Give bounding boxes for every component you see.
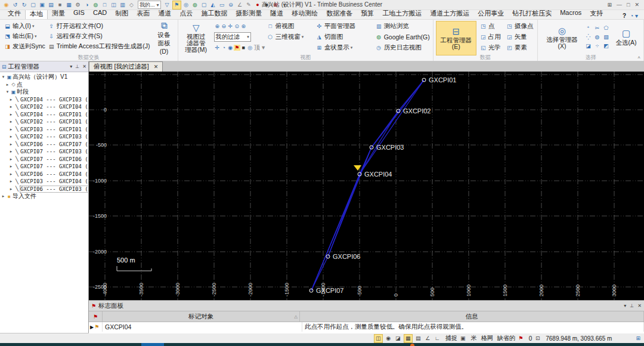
- selection-manager-button[interactable]: ◎ 选择管理器(X): [540, 21, 584, 54]
- ribbon-collapse-chevron[interactable]: ˄: [637, 55, 640, 60]
- dark-view-icon[interactable]: ■: [240, 45, 247, 51]
- flag-count-icon[interactable]: ⚑: [517, 335, 525, 342]
- station-view-button[interactable]: ▥测站浏览: [374, 21, 410, 32]
- occupation-button[interactable]: ◲占用: [478, 32, 504, 42]
- history-log-button[interactable]: ◷历史日志视图: [374, 43, 423, 53]
- tree-session-item[interactable]: ▸╲GXCPI02 --- GXCPI04 (…: [0, 103, 88, 111]
- plan-view-button[interactable]: □俯视图: [265, 21, 314, 32]
- tree-expander-icon[interactable]: ▸: [8, 187, 14, 191]
- optical-button[interactable]: ◱光学: [478, 43, 504, 53]
- plan-view-tab[interactable]: 俯视图 [我的过滤器] ✕: [89, 61, 163, 72]
- tree-session-item[interactable]: ▸╲GXCPI04 --- GXCPI03 (…: [0, 96, 88, 104]
- select-similar-icon[interactable]: ⁘: [595, 43, 600, 49]
- trimble-access-report-button[interactable]: ▤Trimble Access工程报告生成器(J): [47, 41, 151, 51]
- select-region-icon[interactable]: ◩: [603, 43, 609, 49]
- tree-session-item[interactable]: ▸╲GXCPI06 --- GXCPI04 (…: [0, 171, 88, 178]
- tree-expander-icon[interactable]: ▾: [1, 75, 6, 79]
- measure-icon[interactable]: ∠: [236, 1, 244, 9]
- camera-points-button[interactable]: ◳摄像点: [504, 21, 535, 32]
- report-icon[interactable]: ◫: [110, 1, 117, 9]
- flagged-object-cell[interactable]: GXCPI04: [103, 322, 302, 332]
- globe-icon[interactable]: ◍: [92, 1, 100, 9]
- select-all-button[interactable]: ▢ 全选(A): [611, 21, 642, 54]
- select-points-icon[interactable]: ⁛: [586, 34, 590, 40]
- tree-expander-icon[interactable]: ▸: [8, 179, 14, 184]
- tree-expander-icon[interactable]: ▸: [8, 112, 14, 117]
- taskbar-app-icon[interactable]: [410, 344, 414, 346]
- flags-dropdown-icon[interactable]: ▾: [624, 303, 626, 308]
- export-button[interactable]: ⬔输出(E)▾: [2, 31, 47, 41]
- save-remote-file-button[interactable]: ⇩远程保存文件(S): [47, 31, 151, 41]
- record-icon[interactable]: ●: [254, 1, 262, 9]
- panel-close-icon[interactable]: ✕: [82, 64, 86, 69]
- flags-close-icon[interactable]: ✕: [637, 303, 642, 308]
- tree-session-item[interactable]: ▸╲GXCPI03 --- GXCPI01 (…: [0, 126, 88, 134]
- open-remote-file-button[interactable]: ⇪打开远程文件(O): [47, 21, 151, 31]
- save-icon[interactable]: ▦: [65, 1, 73, 9]
- earth-icon[interactable]: ◍: [191, 1, 199, 9]
- tree-expander-icon[interactable]: ▸: [8, 164, 14, 169]
- globe-status-icon[interactable]: ◉: [385, 335, 392, 342]
- open-icon[interactable]: ■: [56, 1, 64, 9]
- top-view-icon[interactable]: ◎: [247, 45, 253, 51]
- tree-expander-icon[interactable]: ▸: [1, 194, 6, 199]
- coordinate-icon[interactable]: ⊡: [534, 335, 541, 342]
- tab-close-icon[interactable]: ✕: [154, 64, 159, 70]
- layer-icon[interactable]: ▭: [218, 1, 226, 9]
- crosshair-icon[interactable]: ✛: [214, 45, 221, 51]
- new-project-icon[interactable]: ▤: [47, 1, 55, 9]
- select-sphere-icon[interactable]: ◍: [595, 34, 600, 40]
- flag-view-icon[interactable]: ⚑: [234, 45, 240, 51]
- zoom-out-icon[interactable]: ⊖: [221, 23, 227, 29]
- baseline-vector-GXCPI02-GXCPI03[interactable]: [371, 111, 398, 147]
- tree-expander-icon[interactable]: ▸: [8, 97, 14, 102]
- filter-funnel-icon[interactable]: ▽: [163, 1, 171, 9]
- view-filter-dropdown[interactable]: 我的过滤▾: [214, 32, 251, 42]
- zoom-in-icon[interactable]: ⊕: [214, 23, 221, 29]
- tree-expander-icon[interactable]: ▸: [8, 149, 14, 154]
- plan-view-canvas[interactable]: 0-500-1000-1500-2000-2500-4000-3500-3000…: [89, 72, 644, 300]
- flag-pane-icon[interactable]: ⚑: [172, 1, 181, 10]
- status-far-right-icon[interactable]: ⊞: [636, 335, 640, 341]
- contrast-icon[interactable]: ◪: [394, 335, 402, 342]
- window-layout-button[interactable]: ⊞: [607, 2, 612, 8]
- qat-filter-dropdown[interactable]: 我的...▾: [138, 1, 161, 9]
- info-column-header[interactable]: 信息: [300, 311, 644, 322]
- close-button[interactable]: ✕: [634, 2, 639, 8]
- select-polygon-icon[interactable]: ⬠: [604, 25, 609, 31]
- undo-icon[interactable]: ↺: [11, 1, 19, 9]
- tree-expander-icon[interactable]: ▾: [5, 89, 10, 94]
- tree-session-item[interactable]: ▸╲GXCPI06 --- GXCPI07 (…: [0, 141, 88, 149]
- redo-icon[interactable]: ↻: [20, 1, 28, 9]
- baseline-vector-GXCPI02-GXCPI04[interactable]: [360, 111, 398, 174]
- draw-icon[interactable]: ◭: [209, 1, 217, 9]
- pan-icon[interactable]: ✛: [227, 23, 234, 29]
- settings-gear-icon[interactable]: ⚙: [74, 1, 82, 9]
- print-icon[interactable]: ⊖: [227, 1, 235, 9]
- photo-icon[interactable]: ▥: [119, 1, 126, 9]
- panel-pin-icon[interactable]: ⊥: [75, 64, 79, 69]
- restore-button[interactable]: □: [627, 2, 630, 8]
- tree-session-item[interactable]: ▸╲GXCPI07 --- GXCPI06 (…: [0, 156, 88, 163]
- zoom-extents-icon[interactable]: ⊛: [240, 23, 247, 29]
- import-button[interactable]: ⬓输入(I)▾: [2, 21, 47, 31]
- grid-toggle-icon[interactable]: ▦: [404, 334, 413, 343]
- baseline-vector-GXCPI01-GXCPI04[interactable]: [360, 80, 424, 174]
- tree-root-project[interactable]: ▾▣高兴站（设计网）V1: [0, 73, 88, 81]
- cutting-plane-button[interactable]: ◮切面图: [314, 32, 374, 42]
- view-filter-manager-button[interactable]: ▽ 视图过滤器管理器(M): [181, 21, 212, 54]
- ortho-icon[interactable]: ∟: [434, 335, 441, 342]
- orbit-icon[interactable]: ◔: [221, 45, 227, 51]
- snap-mode-icon[interactable]: ▣: [459, 335, 467, 342]
- slope-icon[interactable]: ∠: [424, 335, 432, 342]
- tree-expander-icon[interactable]: ▸: [8, 119, 14, 124]
- google-earth-button[interactable]: ◍Google Earth(G): [374, 32, 431, 42]
- export-icon[interactable]: ▣: [38, 1, 46, 9]
- tree-expander-icon[interactable]: ▸: [8, 172, 14, 177]
- select-add-icon[interactable]: ⁺: [587, 25, 590, 31]
- 3d-view-button[interactable]: ⬡三维视窗▾: [265, 32, 314, 42]
- flag-column-header[interactable]: ⚑: [89, 311, 103, 322]
- tree-node-points[interactable]: ▸◇点: [0, 81, 88, 89]
- tree-session-item[interactable]: ▸╲GXCPI04 --- GXCPI01 (…: [0, 111, 88, 119]
- tree-session-item[interactable]: ▸╲GXCPI06 --- GXCPI03 (…: [0, 186, 88, 193]
